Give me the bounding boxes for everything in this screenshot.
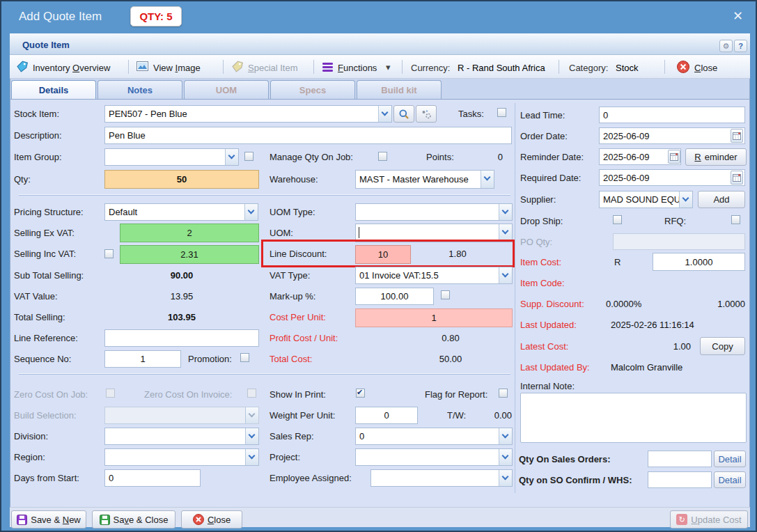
close-circle-icon <box>677 61 689 73</box>
stock-item-select[interactable]: PEN507 - Pen Blue <box>104 105 392 123</box>
qty-label: Qty: <box>14 174 31 185</box>
tab-details[interactable]: Details <box>11 80 96 99</box>
lead-time-label: Lead Time: <box>520 110 565 120</box>
selling-ex-vat-input[interactable]: 2 <box>120 224 259 242</box>
item-group-checkbox[interactable] <box>244 152 253 161</box>
manage-qty-on-job-checkbox[interactable] <box>378 152 387 161</box>
selling-inc-vat-checkbox[interactable] <box>104 249 114 258</box>
description-label: Description: <box>14 130 62 141</box>
last-updated-by-value: Malcolm Granville <box>611 362 682 373</box>
supplier-select[interactable]: MAD SOUND EQU <box>599 191 693 208</box>
flag-for-report-checkbox[interactable] <box>499 389 508 398</box>
item-cost-input[interactable]: 1.0000 <box>653 253 745 271</box>
sub-total-selling-label: Sub Total Selling: <box>14 270 84 281</box>
warehouse-select[interactable]: MAST - Master Warehouse <box>355 170 494 189</box>
search-button[interactable] <box>393 105 414 123</box>
lead-time-input[interactable]: 0 <box>599 107 745 123</box>
required-date-input[interactable]: 2025-06-09 <box>599 169 745 186</box>
chevron-down-icon[interactable] <box>378 106 391 122</box>
qty-on-sales-orders-input[interactable] <box>648 451 712 467</box>
pricing-structure-select[interactable]: Default <box>104 203 258 221</box>
item-group-select[interactable] <box>104 148 239 166</box>
toolbar-separator <box>128 60 129 74</box>
markup-input[interactable]: 100.00 <box>355 288 434 305</box>
chevron-down-icon[interactable] <box>499 224 512 242</box>
view-image-label[interactable]: View Image <box>153 63 201 73</box>
markup-checkbox[interactable] <box>441 290 450 299</box>
total-cost-value: 50.00 <box>412 354 489 364</box>
selling-inc-vat-input[interactable]: 2.31 <box>120 245 259 264</box>
chevron-down-icon[interactable] <box>225 149 238 165</box>
region-select[interactable] <box>104 448 259 466</box>
add-supplier-button[interactable]: Add <box>698 191 745 208</box>
internal-note-textarea[interactable] <box>520 393 747 443</box>
replace-item-button[interactable] <box>416 105 437 123</box>
chevron-down-icon[interactable] <box>679 191 692 208</box>
cost-per-unit-input[interactable]: 1 <box>355 308 513 327</box>
chevron-down-icon[interactable] <box>499 449 512 465</box>
order-date-input[interactable]: 2025-06-09 <box>599 127 745 144</box>
inventory-overview-button[interactable] <box>17 61 29 75</box>
qty-so-confirm-detail-button[interactable]: Detail <box>714 471 746 488</box>
reminder-button[interactable]: Reminder <box>685 148 747 166</box>
chevron-down-icon[interactable]: ▾ <box>386 62 391 72</box>
promotion-checkbox[interactable] <box>240 353 249 362</box>
settings-button[interactable]: ⚙ <box>719 40 733 52</box>
po-qty-input <box>613 233 745 250</box>
chevron-down-icon[interactable] <box>499 204 512 220</box>
help-button[interactable]: ? <box>734 40 747 52</box>
quote-item-header <box>10 33 750 55</box>
qty-sales-orders-detail-button[interactable]: Detail <box>714 451 746 467</box>
tab-specs: Specs <box>270 80 355 99</box>
line-reference-input[interactable] <box>104 329 259 347</box>
division-label: Division: <box>14 431 48 441</box>
toolbar-close-button[interactable] <box>677 61 689 76</box>
save-and-close-button[interactable]: Save & Close <box>92 510 175 529</box>
uom-select[interactable] <box>355 224 513 242</box>
division-select[interactable] <box>104 428 259 445</box>
inventory-overview-label[interactable]: Inventory Overview <box>33 63 110 73</box>
qty-on-so-confirm-input[interactable] <box>648 471 712 488</box>
reminder-date-calendar-button[interactable] <box>668 150 680 164</box>
view-image-button[interactable] <box>136 61 148 74</box>
warehouse-label: Warehouse: <box>270 174 318 185</box>
total-selling-label: Total Selling: <box>14 312 65 322</box>
qty-input[interactable]: 50 <box>104 170 259 189</box>
chevron-down-icon[interactable] <box>499 428 512 444</box>
chevron-down-icon[interactable] <box>244 204 258 220</box>
description-input[interactable]: Pen Blue <box>104 127 512 144</box>
chevron-down-icon[interactable] <box>245 449 258 465</box>
zero-cost-on-job-label: Zero Cost On Job: <box>14 389 88 400</box>
chevron-down-icon[interactable] <box>499 470 512 486</box>
chevron-down-icon[interactable] <box>245 428 258 444</box>
text-cursor <box>359 227 359 238</box>
drop-ship-checkbox[interactable] <box>613 215 622 224</box>
weight-per-unit-input[interactable]: 0 <box>355 407 418 424</box>
vat-value: 13.95 <box>104 291 259 302</box>
project-select[interactable] <box>355 448 513 466</box>
required-date-calendar-button[interactable] <box>731 171 743 185</box>
show-in-print-checkbox[interactable] <box>356 389 365 398</box>
functions-button[interactable] <box>322 62 333 75</box>
close-icon[interactable]: ✕ <box>733 8 743 24</box>
tab-notes[interactable]: Notes <box>97 80 182 99</box>
line-discount-input[interactable]: 10 <box>355 245 411 264</box>
employee-assigned-select[interactable] <box>370 469 513 487</box>
toolbar-close-label[interactable]: Close <box>694 63 717 73</box>
manage-qty-on-job-label: Manage Qty On Job: <box>270 152 353 162</box>
rfq-checkbox[interactable] <box>731 215 740 224</box>
save-and-new-button[interactable]: Save & New <box>11 510 86 529</box>
close-button[interactable]: Close <box>181 510 242 529</box>
sales-rep-select[interactable]: 0 <box>355 428 513 445</box>
functions-label[interactable]: Functions <box>338 63 377 73</box>
sequence-no-input[interactable]: 1 <box>104 350 181 368</box>
copy-button[interactable]: Copy <box>700 337 745 355</box>
chevron-down-icon[interactable] <box>499 267 512 283</box>
chevron-down-icon[interactable] <box>481 171 494 188</box>
uom-type-select[interactable] <box>355 203 513 221</box>
qty-annotation-badge: QTY: 5 <box>130 6 182 26</box>
days-from-start-input[interactable]: 0 <box>104 469 201 487</box>
tasks-checkbox[interactable] <box>497 108 506 117</box>
vat-type-select[interactable]: 01 Invoice VAT:15.5 <box>355 267 513 284</box>
order-date-calendar-button[interactable] <box>731 129 743 143</box>
